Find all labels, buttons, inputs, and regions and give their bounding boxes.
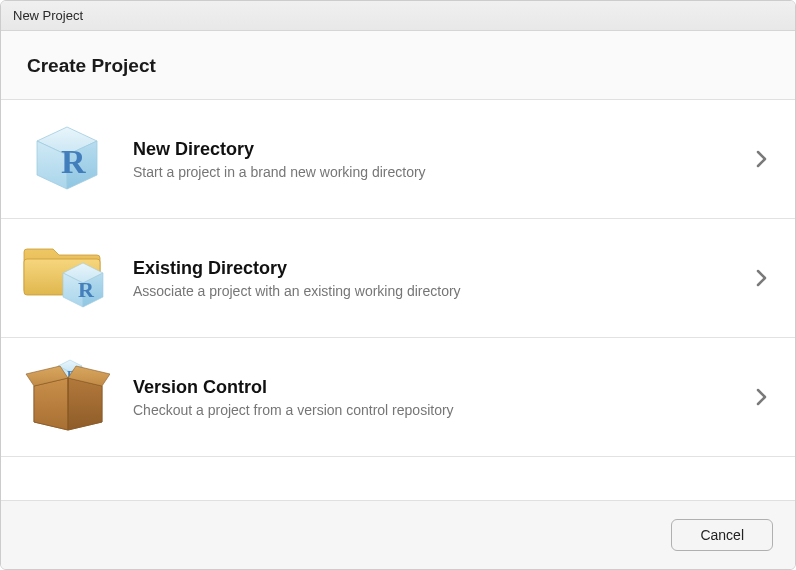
new-project-dialog: New Project Create Project — [0, 0, 796, 570]
window-title: New Project — [13, 8, 83, 23]
option-text: New Directory Start a project in a brand… — [115, 139, 737, 180]
option-existing-directory[interactable]: R Existing Directory Associate a project… — [1, 219, 795, 338]
option-description: Associate a project with an existing wor… — [133, 283, 737, 299]
title-bar: New Project — [1, 1, 795, 31]
r-cube-icon: R — [19, 120, 115, 198]
page-title: Create Project — [27, 55, 769, 77]
options-list: R New Directory Start a project in a bra… — [1, 100, 795, 500]
svg-text:R: R — [78, 277, 95, 302]
option-text: Version Control Checkout a project from … — [115, 377, 737, 418]
option-description: Checkout a project from a version contro… — [133, 402, 737, 418]
cancel-button[interactable]: Cancel — [671, 519, 773, 551]
svg-text:R: R — [61, 143, 86, 180]
chevron-right-icon — [749, 147, 773, 171]
option-title: Existing Directory — [133, 258, 737, 279]
box-r-icon: R — [19, 358, 115, 436]
folder-r-icon: R — [19, 239, 115, 317]
chevron-right-icon — [749, 266, 773, 290]
option-version-control[interactable]: R Version Control Checkout a project fro… — [1, 338, 795, 457]
chevron-right-icon — [749, 385, 773, 409]
option-title: Version Control — [133, 377, 737, 398]
dialog-header: Create Project — [1, 31, 795, 100]
option-description: Start a project in a brand new working d… — [133, 164, 737, 180]
option-title: New Directory — [133, 139, 737, 160]
option-text: Existing Directory Associate a project w… — [115, 258, 737, 299]
dialog-footer: Cancel — [1, 500, 795, 569]
option-new-directory[interactable]: R New Directory Start a project in a bra… — [1, 100, 795, 219]
svg-marker-15 — [34, 378, 68, 430]
svg-marker-14 — [68, 378, 102, 430]
